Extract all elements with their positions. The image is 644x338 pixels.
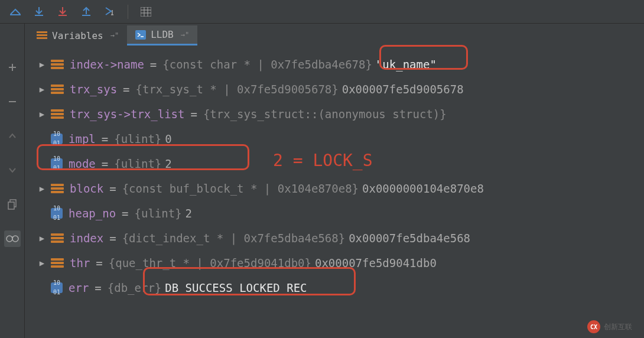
expand-arrow-icon[interactable]: ▶	[37, 58, 47, 71]
var-name: index->name	[70, 56, 144, 73]
equals: =	[96, 254, 102, 272]
variables-list: ▶ index->name = {const char * | 0x7fe5db…	[25, 47, 644, 338]
variable-row[interactable]: 1001 heap_no = {ulint} 2	[37, 201, 644, 226]
struct-icon	[51, 84, 64, 94]
watermark-text: 创新互联	[604, 322, 632, 332]
equals: =	[102, 130, 108, 148]
var-name: thr	[70, 254, 90, 272]
var-name: index	[70, 229, 103, 247]
expand-arrow-icon[interactable]: ▶	[37, 108, 47, 121]
equals: =	[123, 80, 129, 98]
copy-icon[interactable]	[4, 196, 21, 213]
watermark: CX 创新互联	[587, 320, 632, 333]
struct-icon	[51, 109, 64, 119]
primitive-icon: 1001	[51, 158, 63, 169]
variable-row[interactable]: ▶ index = {dict_index_t * | 0x7fe5dba4e5…	[37, 226, 644, 251]
gutter	[0, 24, 25, 338]
svg-point-11	[6, 236, 12, 242]
watermark-logo: CX	[587, 320, 600, 333]
svg-rect-1	[35, 15, 43, 16]
var-value: 0x00007fe5d9041db0	[315, 254, 437, 272]
var-name: impl	[69, 130, 96, 148]
svg-rect-0	[10, 14, 21, 15]
content-area: Variables →" LLDB →" ▶ index->name = {co…	[25, 24, 644, 338]
struct-icon	[51, 60, 64, 69]
expand-arrow-icon[interactable]: ▶	[37, 182, 47, 195]
expand-arrow-icon[interactable]: ▶	[37, 83, 47, 96]
var-value: 0x00007fe5dba4e568	[349, 229, 470, 247]
var-name: heap_no	[69, 204, 116, 222]
tab-lldb[interactable]: LLDB →"	[127, 25, 197, 46]
add-watch-icon[interactable]	[4, 59, 21, 76]
var-name: trx_sys	[70, 80, 117, 98]
svg-rect-14	[37, 34, 47, 36]
var-value: "uk_name"	[376, 56, 437, 73]
move-down-icon[interactable]	[4, 162, 21, 178]
variable-row[interactable]: ▶ trx_sys->trx_list = {trx_sys_struct::(…	[37, 102, 644, 126]
pin-icon: →"	[110, 31, 119, 40]
var-name: err	[69, 279, 89, 297]
variable-row[interactable]: ▶ thr = {que_thr_t * | 0x7fe5d9041db0} 0…	[37, 251, 644, 275]
move-up-icon[interactable]	[4, 128, 21, 144]
tab-label: LLDB	[151, 29, 174, 40]
tab-label: Variables	[52, 30, 103, 41]
var-type: {dict_index_t * | 0x7fe5dba4e568}	[122, 229, 346, 247]
var-type: {const char * | 0x7fe5dba4e678}	[162, 56, 372, 73]
variables-tab-icon	[37, 31, 47, 40]
svg-point-12	[12, 236, 18, 242]
equals: =	[102, 155, 108, 173]
toolbar-divider	[128, 5, 128, 19]
var-name: mode	[69, 155, 96, 173]
var-value: 0x0000000104e870e8	[362, 180, 484, 197]
struct-icon	[51, 233, 64, 243]
remove-watch-icon[interactable]	[4, 93, 21, 110]
variable-row[interactable]: ▶ trx_sys = {trx_sys_t * | 0x7fe5d900567…	[37, 77, 644, 102]
equals: =	[122, 204, 128, 222]
step-out-icon[interactable]	[76, 3, 97, 21]
main-area: Variables →" LLDB →" ▶ index->name = {co…	[0, 24, 644, 338]
variable-row[interactable]: 1001 impl = {ulint} 0	[37, 126, 644, 151]
variable-row[interactable]: 1001 mode = {ulint} 2	[37, 151, 644, 176]
var-value: 0	[165, 130, 171, 148]
var-type: {ulint}	[114, 130, 161, 148]
primitive-icon: 1001	[51, 134, 63, 144]
force-step-into-icon[interactable]	[52, 3, 73, 21]
run-to-cursor-icon[interactable]	[99, 3, 121, 21]
equals: =	[150, 56, 157, 73]
equals: =	[109, 180, 116, 197]
struct-icon	[51, 184, 64, 193]
primitive-icon: 1001	[51, 208, 63, 219]
svg-rect-13	[37, 31, 47, 33]
tab-variables[interactable]: Variables →"	[28, 25, 127, 46]
svg-rect-15	[37, 37, 47, 39]
struct-icon	[51, 258, 64, 268]
evaluate-expression-icon[interactable]	[135, 3, 157, 21]
step-over-icon[interactable]	[5, 3, 26, 21]
expand-arrow-icon[interactable]: ▶	[37, 232, 47, 245]
svg-rect-3	[82, 15, 90, 16]
step-into-icon[interactable]	[28, 3, 50, 21]
var-type: {const buf_block_t * | 0x104e870e8}	[122, 180, 359, 197]
tab-bar: Variables →" LLDB →"	[25, 24, 644, 47]
var-type: {trx_sys_struct::(anonymous struct)}	[203, 105, 447, 123]
var-value: DB_SUCCESS_LOCKED_REC	[165, 279, 307, 297]
pin-icon: →"	[181, 31, 189, 39]
var-name: trx_sys->trx_list	[70, 105, 184, 123]
svg-rect-2	[58, 15, 67, 16]
variable-row[interactable]: 1001 err = {db_err} DB_SUCCESS_LOCKED_RE…	[37, 275, 644, 300]
var-name: block	[70, 180, 103, 197]
variable-row[interactable]: ▶ block = {const buf_block_t * | 0x104e8…	[37, 176, 644, 201]
primitive-icon: 1001	[51, 282, 63, 293]
var-type: {ulint}	[135, 204, 182, 222]
var-type: {ulint}	[114, 155, 161, 173]
var-type: {db_err}	[108, 279, 162, 297]
var-value: 2	[186, 204, 192, 222]
equals: =	[190, 105, 197, 123]
var-type: {trx_sys_t * | 0x7fe5d9005678}	[136, 80, 339, 98]
show-watches-icon[interactable]	[4, 230, 21, 247]
var-type: {que_thr_t * | 0x7fe5d9041db0}	[109, 254, 311, 272]
var-value: 0x00007fe5d9005678	[342, 80, 464, 98]
expand-arrow-icon[interactable]: ▶	[37, 256, 47, 269]
equals: =	[95, 279, 101, 297]
variable-row[interactable]: ▶ index->name = {const char * | 0x7fe5db…	[37, 52, 644, 77]
